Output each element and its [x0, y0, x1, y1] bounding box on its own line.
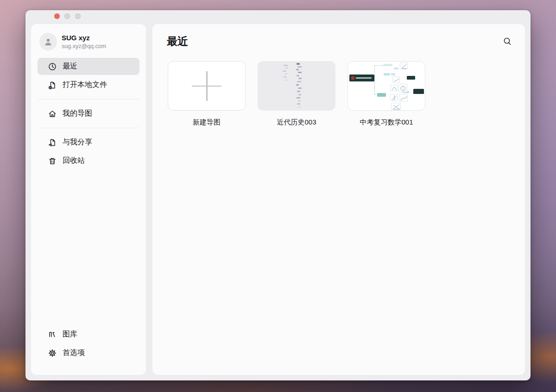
card-document-2[interactable]: 中考复习数学001	[348, 61, 425, 127]
sidebar-item-label: 首选项	[63, 348, 85, 358]
sidebar-nav: 最近 打开本地文件 我的导图	[38, 58, 139, 171]
sidebar-divider	[38, 128, 139, 128]
sidebar-item-label: 与我分享	[63, 137, 92, 147]
page-title: 最近	[167, 34, 188, 49]
sidebar: SUG xyz sug.xyz@qq.com 最近 打开本地文件	[31, 24, 146, 375]
sidebar-item-trash[interactable]: 回收站	[38, 152, 139, 169]
person-icon	[43, 37, 53, 47]
clock-icon	[48, 62, 57, 71]
card-label: 近代历史003	[258, 118, 335, 127]
sidebar-item-recent[interactable]: 最近	[38, 58, 139, 75]
card-label: 新建导图	[168, 118, 246, 127]
main-panel: 最近 新建导图	[152, 24, 525, 375]
minimize-button[interactable]	[64, 13, 70, 19]
sidebar-footer: 图库 首选项	[38, 326, 139, 363]
sidebar-item-label: 打开本地文件	[63, 80, 107, 90]
recent-cards: 新建导图	[168, 61, 425, 127]
document-thumbnail[interactable]	[348, 61, 425, 111]
card-label: 中考复习数学001	[348, 118, 425, 127]
card-document-1[interactable]: 近代历史003	[258, 61, 335, 127]
sidebar-item-label: 图库	[63, 330, 77, 339]
home-icon	[48, 110, 57, 118]
app-window: SUG xyz sug.xyz@qq.com 最近 打开本地文件	[25, 10, 531, 380]
titlebar[interactable]	[25, 10, 531, 24]
card-new-map[interactable]: 新建导图	[168, 61, 246, 127]
sidebar-item-open-local-file[interactable]: 打开本地文件	[38, 76, 139, 93]
plus-icon	[192, 71, 221, 101]
sidebar-item-shared-with-me[interactable]: 与我分享	[38, 134, 139, 151]
library-icon	[48, 330, 57, 339]
avatar	[39, 33, 57, 50]
document-thumbnail[interactable]	[258, 61, 335, 111]
user-profile[interactable]: SUG xyz sug.xyz@qq.com	[39, 33, 138, 51]
file-plus-icon	[48, 81, 57, 89]
sidebar-item-label: 回收站	[63, 156, 85, 166]
sidebar-item-preferences[interactable]: 首选项	[38, 344, 139, 361]
zoom-button[interactable]	[75, 13, 81, 19]
sidebar-item-gallery[interactable]: 图库	[38, 326, 139, 343]
sidebar-item-my-maps[interactable]: 我的导图	[38, 105, 139, 122]
sidebar-divider	[38, 99, 139, 100]
file-share-icon	[48, 138, 57, 147]
sidebar-item-label: 最近	[63, 62, 77, 71]
search-button[interactable]	[502, 36, 512, 46]
close-button[interactable]	[54, 13, 60, 19]
user-name: SUG xyz	[62, 34, 90, 42]
user-email: sug.xyz@qq.com	[62, 43, 106, 50]
search-icon	[502, 36, 512, 46]
sidebar-item-label: 我的导图	[63, 109, 92, 118]
gear-icon	[48, 349, 57, 357]
trash-icon	[48, 157, 57, 165]
new-map-thumbnail[interactable]	[168, 61, 246, 111]
